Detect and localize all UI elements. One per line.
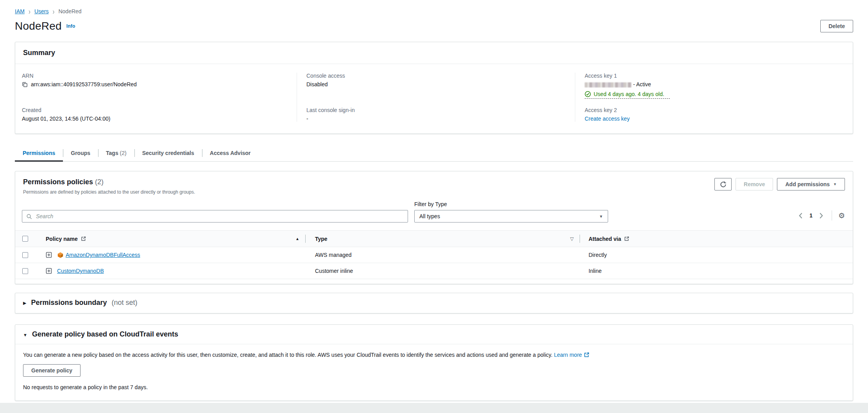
tab-bar: Permissions Groups Tags (2) Security cre… [15, 146, 853, 162]
copy-icon[interactable] [22, 82, 28, 87]
learn-more-label: Learn more [554, 352, 582, 358]
search-icon [26, 214, 32, 219]
type-filter-group: Filter by Type All types ▼ [414, 201, 608, 223]
delete-button[interactable]: Delete [820, 20, 853, 32]
policy-link[interactable]: CustomDymanoDB [57, 268, 104, 274]
summary-column-2: Console access Disabled Last console sig… [297, 73, 575, 122]
policies-count: (2) [95, 178, 104, 186]
summary-column-1: ARN arn:aws:iam::409192537759:user/NodeR… [15, 73, 297, 122]
row-checkbox[interactable] [22, 252, 28, 258]
page-title: NodeRedInfo [15, 20, 75, 32]
external-link-icon [81, 236, 86, 241]
previous-page-button[interactable] [796, 212, 805, 219]
arn-field: ARN arn:aws:iam::409192537759:user/NodeR… [22, 73, 289, 107]
last-signin-field: Last console sign-in - [306, 107, 567, 122]
create-access-key-link[interactable]: Create access key [585, 116, 630, 122]
user-name: NodeRed [15, 20, 62, 32]
next-page-button[interactable] [817, 212, 825, 219]
gear-icon[interactable]: ⚙ [838, 212, 845, 219]
tab-access-advisor[interactable]: Access Advisor [202, 146, 259, 161]
expand-row-icon[interactable] [46, 268, 52, 274]
tab-access-advisor-label: Access Advisor [210, 150, 251, 156]
console-access-field: Console access Disabled [306, 73, 567, 107]
column-attached-via[interactable]: Attached via [580, 231, 853, 247]
external-link-icon [624, 236, 629, 241]
caret-down-icon: ▼ [833, 181, 837, 188]
attached-via-header-label: Attached via [589, 236, 621, 242]
expander-expanded-icon[interactable]: ▼ [23, 333, 27, 337]
tab-groups-label: Groups [71, 150, 90, 156]
tab-permissions[interactable]: Permissions [15, 146, 63, 161]
policy-link[interactable]: AmazonDynamoDBFullAccess [66, 252, 140, 258]
row-checkbox[interactable] [22, 268, 28, 274]
summary-column-3: Access key 1 - Active Used 4 days ago. 4… [575, 73, 853, 122]
caret-down-icon: ▼ [599, 214, 603, 219]
access-key-2-label: Access key 2 [585, 107, 845, 113]
pagination: 1 ⚙ [796, 210, 845, 223]
permissions-policies-panel: Permissions policies (2) Permissions are… [15, 171, 853, 284]
add-permissions-button[interactable]: Add permissions ▼ [777, 178, 845, 190]
generate-policy-note: No requests to generate a policy in the … [23, 384, 845, 390]
policies-title-text: Permissions policies [23, 178, 93, 186]
created-label: Created [22, 107, 289, 113]
info-link[interactable]: Info [66, 23, 75, 29]
summary-header: Summary [15, 42, 853, 64]
tab-tags[interactable]: Tags (2) [98, 146, 134, 161]
tab-security-credentials[interactable]: Security credentials [134, 146, 202, 161]
arn-value: arn:aws:iam::409192537759:user/NodeRed [31, 81, 137, 87]
created-field: Created August 01, 2023, 14:56 (UTC-04:0… [22, 107, 289, 122]
tab-permissions-label: Permissions [23, 150, 55, 156]
search-box [22, 210, 408, 223]
breadcrumb-separator-icon: › [29, 7, 30, 16]
column-type[interactable]: Type ▽ [306, 231, 580, 247]
breadcrumb-iam[interactable]: IAM [15, 8, 25, 14]
select-all-checkbox[interactable] [22, 236, 28, 242]
aws-managed-policy-icon [57, 252, 64, 258]
tab-groups[interactable]: Groups [63, 146, 98, 161]
table-row: AmazonDynamoDBFullAccess AWS managed Dir… [15, 247, 853, 263]
policies-description: Permissions are defined by policies atta… [23, 189, 195, 195]
sort-ascending-icon[interactable]: ▲ [295, 237, 299, 241]
policy-attached-via: Inline [580, 268, 853, 274]
type-filter-select[interactable]: All types ▼ [414, 210, 608, 223]
type-filter-label: Filter by Type [414, 201, 608, 207]
console-access-label: Console access [306, 73, 567, 79]
refresh-button[interactable] [714, 178, 732, 190]
breadcrumb: IAM › Users › NodeRed [15, 0, 853, 14]
remove-button[interactable]: Remove [736, 178, 773, 190]
policy-type: Customer inline [306, 268, 580, 274]
tab-security-credentials-label: Security credentials [142, 150, 194, 156]
policies-table: Policy name ▲ Type ▽ Attached via [15, 230, 853, 284]
summary-title: Summary [23, 49, 55, 57]
type-filter-value: All types [419, 213, 440, 219]
pagination-divider [832, 210, 832, 221]
column-policy-name[interactable]: Policy name ▲ [38, 231, 306, 247]
tab-tags-label: Tags [106, 150, 118, 156]
learn-more-link[interactable]: Learn more [554, 352, 590, 358]
last-signin-label: Last console sign-in [306, 107, 567, 113]
iam-user-detail-page: IAM › Users › NodeRed NodeRedInfo Delete… [0, 0, 868, 413]
arn-label: ARN [22, 73, 289, 79]
policies-header: Permissions policies (2) Permissions are… [15, 171, 853, 197]
generate-policy-header[interactable]: ▼ Generate policy based on CloudTrail ev… [15, 325, 853, 344]
generate-policy-description: You can generate a new policy based on t… [23, 352, 845, 358]
current-page-number[interactable]: 1 [807, 212, 815, 219]
expander-collapsed-icon[interactable]: ▶ [23, 301, 26, 306]
external-link-icon [584, 352, 589, 358]
permissions-boundary-section[interactable]: ▶ Permissions boundary (not set) [15, 293, 853, 313]
sort-descending-outline-icon[interactable]: ▽ [570, 236, 574, 242]
created-value: August 01, 2023, 14:56 (UTC-04:00) [22, 116, 289, 122]
policies-table-header: Policy name ▲ Type ▽ Attached via [15, 230, 853, 247]
page-header: NodeRedInfo Delete [15, 20, 853, 32]
access-key-2-field: Access key 2 Create access key [585, 107, 845, 122]
policies-actions: Remove Add permissions ▼ [714, 178, 845, 190]
breadcrumb-current: NodeRed [58, 8, 81, 14]
access-key-1-label: Access key 1 [585, 73, 845, 79]
expand-row-icon[interactable] [46, 252, 52, 258]
last-signin-value: - [306, 116, 567, 122]
search-input[interactable] [35, 213, 404, 220]
breadcrumb-users[interactable]: Users [34, 8, 49, 14]
generate-policy-button[interactable]: Generate policy [23, 364, 81, 377]
generate-policy-description-text: You can generate a new policy based on t… [23, 352, 553, 358]
generate-policy-body: You can generate a new policy based on t… [15, 344, 853, 401]
